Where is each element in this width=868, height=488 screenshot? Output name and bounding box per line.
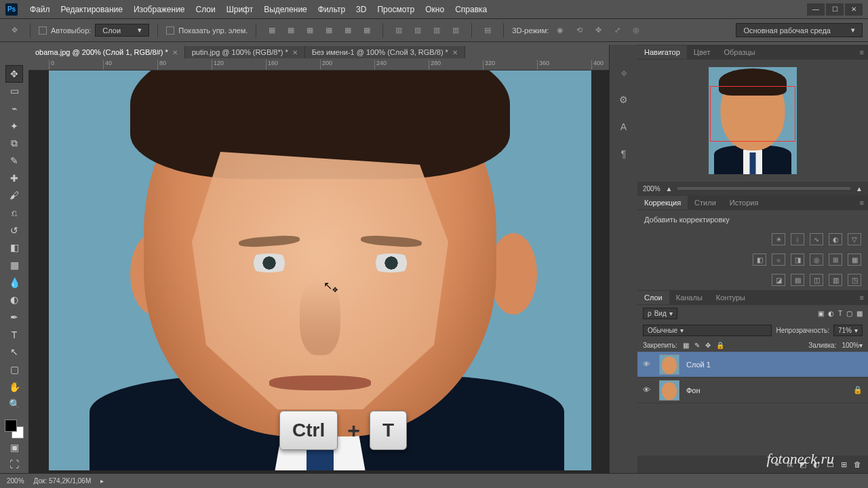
layer-item[interactable]: 👁 Фон 🔒 <box>637 378 868 403</box>
menu-select[interactable]: Выделение <box>258 2 313 17</box>
distribute-icon[interactable]: ▥ <box>410 23 425 38</box>
heal-tool[interactable]: ✚ <box>5 169 23 187</box>
type-tool[interactable]: T <box>5 326 23 344</box>
visibility-icon[interactable]: 👁 <box>643 386 652 395</box>
document-canvas[interactable]: ↖✥ Ctrl + T <box>49 70 591 470</box>
align-icon[interactable]: ▦ <box>321 23 336 38</box>
gradient-map-icon[interactable]: ▥ <box>829 274 842 286</box>
lock-all-icon[interactable]: 🔒 <box>716 342 724 349</box>
shape-tool[interactable]: ▢ <box>5 361 23 378</box>
tab-adjustments[interactable]: Коррекция <box>637 196 688 209</box>
3d-icon[interactable]: ⤢ <box>610 23 625 38</box>
menu-filter[interactable]: Фильтр <box>313 2 351 17</box>
dodge-tool[interactable]: ◐ <box>5 291 23 309</box>
align-icon[interactable]: ▦ <box>340 23 355 38</box>
3d-icon[interactable]: ⟲ <box>572 23 587 38</box>
character-icon[interactable]: A <box>616 119 631 134</box>
tab-untitled[interactable]: Без имени-1 @ 100% (Слой 3, RGB/8) *✕ <box>305 46 465 58</box>
tab-history[interactable]: История <box>723 196 766 209</box>
menu-layers[interactable]: Слои <box>191 2 221 17</box>
close-icon[interactable]: ✕ <box>452 49 458 56</box>
balance-icon[interactable]: ⟐ <box>772 253 785 266</box>
tab-obama[interactable]: obama.jpg @ 200% (Слой 1, RGB/8#) *✕ <box>28 46 185 58</box>
photo-filter-icon[interactable]: ◎ <box>810 253 823 266</box>
posterize-icon[interactable]: ▤ <box>791 274 804 286</box>
bw-icon[interactable]: ◨ <box>791 253 804 266</box>
filter-pixel-icon[interactable]: ▣ <box>818 310 824 317</box>
layer-name[interactable]: Слой 1 <box>686 361 711 369</box>
filter-shape-icon[interactable]: ▢ <box>846 310 852 317</box>
distribute-icon[interactable]: ▥ <box>448 23 463 38</box>
hue-icon[interactable]: ◧ <box>753 253 766 266</box>
menu-edit[interactable]: Редактирование <box>56 2 128 17</box>
lookup-icon[interactable]: ▦ <box>848 253 861 266</box>
mixer-icon[interactable]: ⊞ <box>829 253 842 266</box>
eraser-tool[interactable]: ◧ <box>5 239 23 257</box>
distribute-icon[interactable]: ▥ <box>391 23 406 38</box>
brush-tool[interactable]: 🖌 <box>5 187 23 205</box>
align-icon[interactable]: ▦ <box>264 23 279 38</box>
menu-image[interactable]: Изображение <box>128 2 191 17</box>
color-swatches[interactable] <box>5 420 24 439</box>
eyedropper-tool[interactable]: ✎ <box>5 152 23 169</box>
history-icon[interactable]: ⟐ <box>616 65 631 80</box>
threshold-icon[interactable]: ◫ <box>810 274 823 286</box>
path-tool[interactable]: ↖ <box>5 344 23 361</box>
menu-file[interactable]: Файл <box>24 2 56 17</box>
align-icon[interactable]: ▦ <box>283 23 298 38</box>
filter-smart-icon[interactable]: ▦ <box>856 310 863 317</box>
exposure-icon[interactable]: ◐ <box>829 233 842 245</box>
tab-navigator[interactable]: Навигатор <box>637 45 687 59</box>
gradient-tool[interactable]: ▦ <box>5 256 23 274</box>
menu-view[interactable]: Просмотр <box>372 2 420 17</box>
layer-filter-dropdown[interactable]: ρВид▾ <box>643 308 677 319</box>
3d-icon[interactable]: ✥ <box>591 23 606 38</box>
lasso-tool[interactable]: ⌁ <box>5 100 23 117</box>
zoom-tool[interactable]: 🔍 <box>5 395 23 413</box>
navigator-viewport[interactable] <box>710 86 795 142</box>
new-layer-icon[interactable]: ⊞ <box>841 460 847 469</box>
minimize-button[interactable]: — <box>807 3 825 16</box>
align-icon[interactable]: ▦ <box>302 23 317 38</box>
panel-menu-icon[interactable]: ≡ <box>856 199 868 207</box>
screenmode-tool[interactable]: ⛶ <box>5 455 23 473</box>
quickmask-tool[interactable]: ▣ <box>5 439 23 456</box>
align-icon[interactable]: ▦ <box>359 23 374 38</box>
tab-styles[interactable]: Стили <box>688 196 723 209</box>
vibrance-icon[interactable]: ▽ <box>848 233 861 245</box>
lock-trans-icon[interactable]: ▦ <box>683 342 689 349</box>
menu-type[interactable]: Шрифт <box>221 2 258 17</box>
wand-tool[interactable]: ✦ <box>5 117 23 135</box>
maximize-button[interactable]: ☐ <box>826 3 844 16</box>
distribute-icon[interactable]: ▥ <box>429 23 444 38</box>
filter-adj-icon[interactable]: ◐ <box>828 310 834 317</box>
tab-paths[interactable]: Контуры <box>709 291 752 304</box>
close-button[interactable]: ✕ <box>845 3 863 16</box>
paragraph-icon[interactable]: ¶ <box>616 146 631 161</box>
stamp-tool[interactable]: ⎌ <box>5 204 23 222</box>
layer-item[interactable]: 👁 Слой 1 <box>637 352 868 378</box>
foreground-swatch[interactable] <box>5 420 17 432</box>
menu-window[interactable]: Окно <box>420 2 450 17</box>
selective-icon[interactable]: ◳ <box>848 274 861 286</box>
close-icon[interactable]: ✕ <box>172 49 178 56</box>
panel-menu-icon[interactable]: ≡ <box>856 293 868 302</box>
layer-thumbnail[interactable] <box>659 380 679 401</box>
invert-icon[interactable]: ◪ <box>772 274 785 286</box>
show-controls-checkbox[interactable] <box>166 26 174 35</box>
properties-icon[interactable]: ⚙ <box>616 92 631 107</box>
levels-icon[interactable]: ⟊ <box>791 233 804 245</box>
visibility-icon[interactable]: 👁 <box>643 360 652 369</box>
layer-name[interactable]: Фон <box>686 386 701 394</box>
blend-mode-dropdown[interactable]: Обычные▾ <box>643 325 772 336</box>
autoselect-checkbox[interactable] <box>39 26 47 35</box>
menu-help[interactable]: Справка <box>450 2 492 17</box>
brightness-icon[interactable]: ☀ <box>772 233 785 245</box>
opacity-input[interactable]: 71%▾ <box>833 325 863 336</box>
zoom-out-icon[interactable]: ▲ <box>666 185 673 192</box>
navigator-thumbnail[interactable] <box>709 67 797 174</box>
canvas-area[interactable]: ↖✥ Ctrl + T <box>28 70 609 473</box>
navigator-body[interactable] <box>637 60 868 182</box>
menu-3d[interactable]: 3D <box>351 2 372 17</box>
crop-tool[interactable]: ⧉ <box>5 135 23 152</box>
